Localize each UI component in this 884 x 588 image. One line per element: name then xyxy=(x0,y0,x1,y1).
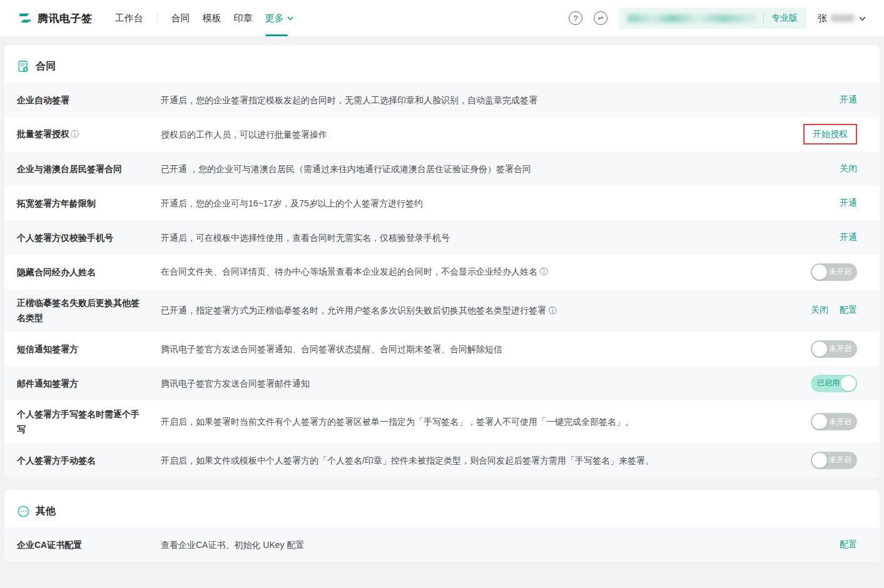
info-icon[interactable]: ⓘ xyxy=(540,267,548,276)
organization-switcher[interactable]: 专业版 xyxy=(619,8,806,29)
nav-item-contracts[interactable]: 合同 xyxy=(171,0,190,36)
contract-document-icon xyxy=(17,60,30,73)
configure-link[interactable]: 配置 xyxy=(840,305,857,316)
setting-label: 个人签署方手动签名 xyxy=(17,453,142,468)
setting-row-email-notify: 邮件通知签署方 腾讯电子签官方发送合同签署邮件通知 已启用 xyxy=(4,366,880,400)
toggle-state-label: 未开启 xyxy=(829,417,851,427)
chevron-down-icon xyxy=(858,14,866,23)
info-icon[interactable]: ⓘ xyxy=(71,129,79,139)
setting-label-text: 短信通知签署方 xyxy=(17,344,78,354)
help-icon[interactable]: ? xyxy=(569,11,582,25)
setting-desc: 已开通，指定签署方式为正楷临摹签名时，允许用户签名多次识别失败后切换其他签名类型… xyxy=(161,303,811,318)
setting-label-text: 企业自动签署 xyxy=(17,95,69,105)
setting-row-ca-cert: 企业CA证书配置 查看企业CA证书、初始化 UKey 配置 配置 xyxy=(4,527,880,562)
contract-section-header: 合同 xyxy=(4,45,880,83)
setting-desc: 腾讯电子签官方发送合同签署邮件通知 xyxy=(161,377,811,390)
setting-row-phone-only-verify: 个人签署方仅校验手机号 开通后，可在模板中选择性使用，查看合同时无需实名，仅核验… xyxy=(4,220,880,255)
setting-desc: 授权后的工作人员，可以进行批量签署操作 xyxy=(161,128,803,141)
contract-settings-card: 合同 企业自动签署 开通后，您的企业签署指定模板发起的合同时，无需人工选择印章和… xyxy=(4,45,880,477)
nav-divider xyxy=(157,13,158,23)
setting-label-text: 个人签署方仅校验手机号 xyxy=(17,233,113,243)
nav-item-more[interactable]: 更多 xyxy=(265,0,294,36)
setting-label: 短信通知签署方 xyxy=(17,342,142,357)
setting-desc: 腾讯电子签官方发送合同签署通知、合同签署状态提醒、合同过期未签署、合同解除短信 xyxy=(161,342,811,356)
toggle-hide-operator-name[interactable]: 未开启 xyxy=(811,263,857,281)
setting-label: 企业自动签署 xyxy=(17,93,142,108)
user-menu[interactable]: 张 xyxy=(818,13,866,24)
info-icon[interactable]: ⓘ xyxy=(549,306,557,315)
toggle-handwrite-each[interactable]: 未开启 xyxy=(811,413,857,430)
setting-row-manual-signature: 个人签署方手动签名 开启后，如果文件或模板中个人签署方的「个人签名/印章」控件未… xyxy=(4,443,880,477)
top-navigation-bar: 腾讯电子签 工作台 合同 模板 印章 更多 ? 专业版 张 xyxy=(0,0,884,36)
brand-logo-text: 腾讯电子签 xyxy=(38,11,93,26)
setting-label-text: 企业CA证书配置 xyxy=(17,540,82,550)
setting-label: 个人签署方仅校验手机号 xyxy=(17,230,142,245)
nav-more-label: 更多 xyxy=(265,13,284,24)
setting-label: 邮件通知签署方 xyxy=(17,376,142,391)
setting-desc-text: 在合同文件夹、合同详情页、待办中心等场景查看本企业发起的合同时，不会显示企业经办… xyxy=(161,266,537,276)
org-name-redacted xyxy=(627,14,756,23)
setting-row-fallback-signature-type: 正楷临摹签名失败后更换其他签名类型 已开通，指定签署方式为正楷临摹签名时，允许用… xyxy=(4,289,880,332)
toggle-manual-signature[interactable]: 未开启 xyxy=(811,452,857,469)
setting-action: 关闭 配置 xyxy=(811,305,857,316)
nav-item-seals[interactable]: 印章 xyxy=(234,0,253,36)
nav-item-workbench[interactable]: 工作台 xyxy=(115,0,143,36)
setting-label: 个人签署方手写签名时需逐个手写 xyxy=(17,407,142,437)
other-settings-card: 其他 企业CA证书配置 查看企业CA证书、初始化 UKey 配置 配置 xyxy=(4,490,880,562)
plan-badge: 专业版 xyxy=(771,13,798,24)
nav-item-templates[interactable]: 模板 xyxy=(203,0,221,36)
setting-desc: 开启后，如果文件或模板中个人签署方的「个人签名/印章」控件未被指定类型，则合同发… xyxy=(161,454,811,467)
setting-action: 开通 xyxy=(840,198,857,209)
user-name-redacted xyxy=(831,14,855,22)
topbar-right-cluster: ? 专业版 张 xyxy=(569,8,866,29)
other-section-header: 其他 xyxy=(4,490,880,527)
toggle-knob xyxy=(812,414,827,429)
enable-link[interactable]: 开通 xyxy=(840,232,857,243)
setting-row-auto-sign: 企业自动签署 开通后，您的企业签署指定模板发起的合同时，无需人工选择印章和人脸识… xyxy=(4,83,880,117)
main-nav: 工作台 合同 模板 印章 更多 xyxy=(109,0,300,36)
user-name: 张 xyxy=(818,13,827,24)
setting-desc: 开通后，可在模板中选择性使用，查看合同时无需实名，仅核验登录手机号 xyxy=(161,231,840,245)
setting-row-sms-notify: 短信通知签署方 腾讯电子签官方发送合同签署通知、合同签署状态提醒、合同过期未签署… xyxy=(4,332,880,366)
setting-label: 企业CA证书配置 xyxy=(17,537,142,552)
toggle-sms-notify[interactable]: 未开启 xyxy=(811,340,857,358)
configure-link[interactable]: 配置 xyxy=(840,539,857,550)
toggle-email-notify[interactable]: 已启用 xyxy=(811,375,857,392)
setting-desc: 查看企业CA证书、初始化 UKey 配置 xyxy=(161,538,840,552)
setting-action: 未开启 xyxy=(811,263,857,281)
toggle-knob xyxy=(812,265,827,280)
setting-label: 正楷临摹签名失败后更换其他签名类型 xyxy=(17,295,142,325)
setting-action: 开通 xyxy=(840,232,857,243)
brand-logo[interactable]: 腾讯电子签 xyxy=(18,11,93,26)
setting-label-text: 正楷临摹签名失败后更换其他签名类型 xyxy=(17,298,140,323)
setting-action: 未开启 xyxy=(811,340,857,358)
close-link[interactable]: 关闭 xyxy=(811,305,828,316)
section-title: 其他 xyxy=(36,505,56,518)
toggle-state-label: 未开启 xyxy=(829,266,851,277)
setting-desc: 开通后，您的企业可与16~17岁，及75岁以上的个人签署方进行签约 xyxy=(161,196,840,210)
setting-action: 未开启 xyxy=(811,452,857,469)
link-glyph xyxy=(597,14,604,22)
setting-label-text: 个人签署方手写签名时需逐个手写 xyxy=(17,409,140,434)
toggle-state-label: 未开启 xyxy=(829,343,851,354)
setting-desc: 开启后，如果签署时当前文件有个人签署方的签署区被单一指定为「手写签名」，签署人不… xyxy=(161,415,811,428)
setting-row-hide-operator-name: 隐藏合同经办人姓名 在合同文件夹、合同详情页、待办中心等场景查看本企业发起的合同… xyxy=(4,255,880,289)
setting-row-age-limit: 拓宽签署方年龄限制 开通后，您的企业可与16~17岁，及75岁以上的个人签署方进… xyxy=(4,186,880,220)
setting-label: 批量签署授权ⓘ xyxy=(17,126,142,142)
start-authorize-link[interactable]: 开始授权 xyxy=(813,129,848,139)
ellipsis-circle-icon xyxy=(17,505,30,518)
chevron-down-icon xyxy=(287,14,294,22)
toggle-state-label: 已启用 xyxy=(817,378,840,388)
setting-label-text: 拓宽签署方年龄限制 xyxy=(17,198,96,208)
setting-row-handwrite-each: 个人签署方手写签名时需逐个手写 开启后，如果签署时当前文件有个人签署方的签署区被… xyxy=(4,400,880,443)
highlight-box: 开始授权 xyxy=(803,124,857,144)
enable-link[interactable]: 开通 xyxy=(840,94,857,106)
enable-link[interactable]: 开通 xyxy=(840,198,857,209)
tencent-esign-logo-icon xyxy=(18,11,33,26)
section-title: 合同 xyxy=(36,60,56,73)
close-link[interactable]: 关闭 xyxy=(840,163,857,175)
org-pill-divider xyxy=(763,13,764,23)
setting-label: 隐藏合同经办人姓名 xyxy=(17,265,142,280)
setting-label-text: 个人签署方手动签名 xyxy=(17,455,96,465)
link-icon[interactable] xyxy=(594,11,607,25)
